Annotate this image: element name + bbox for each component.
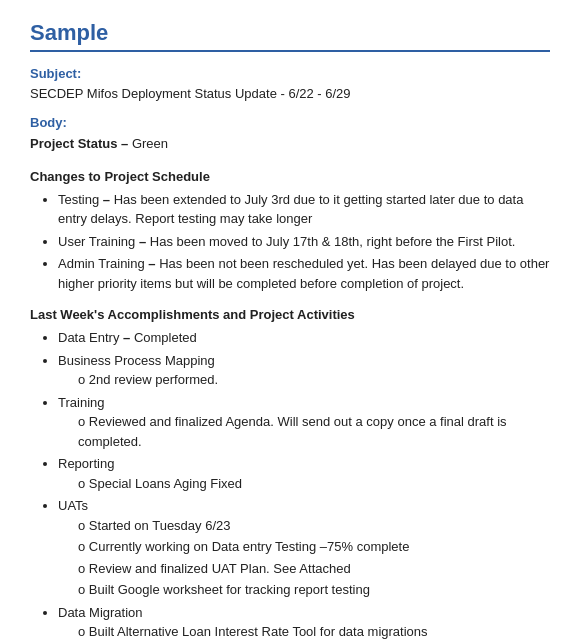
list-item: Built Alternative Loan Interest Rate Too… xyxy=(78,622,550,642)
list-item: Special Loans Aging Fixed xyxy=(78,474,550,494)
list-item: Reporting Special Loans Aging Fixed xyxy=(58,454,550,493)
changes-list: Testing – Has been extended to July 3rd … xyxy=(58,190,550,294)
list-item: UATs Started on Tuesday 6/23 Currently w… xyxy=(58,496,550,600)
subject-label: Subject: xyxy=(30,66,81,81)
list-item: Testing – Has been extended to July 3rd … xyxy=(58,190,550,229)
list-item: User Training – Has been moved to July 1… xyxy=(58,232,550,252)
page-title: Sample xyxy=(30,20,550,52)
list-item: Admin Training – Has been not been resch… xyxy=(58,254,550,293)
body-label: Body: xyxy=(30,115,67,130)
list-item: Review and finalized UAT Plan. See Attac… xyxy=(78,559,550,579)
project-status-label: Project Status – xyxy=(30,136,128,151)
accomplishments-heading: Last Week's Accomplishments and Project … xyxy=(30,307,550,322)
list-item: Training Reviewed and finalized Agenda. … xyxy=(58,393,550,452)
list-item: 2nd review performed. xyxy=(78,370,550,390)
list-item: Reviewed and finalized Agenda. Will send… xyxy=(78,412,550,451)
list-item: Business Process Mapping 2nd review perf… xyxy=(58,351,550,390)
list-item: Started on Tuesday 6/23 xyxy=(78,516,550,536)
subject-value: SECDEP Mifos Deployment Status Update - … xyxy=(30,86,351,101)
list-item: Data Migration Built Alternative Loan In… xyxy=(58,603,550,642)
list-item: Built Google worksheet for tracking repo… xyxy=(78,580,550,600)
accomplishments-list: Data Entry – Completed Business Process … xyxy=(58,328,550,642)
changes-heading: Changes to Project Schedule xyxy=(30,169,550,184)
list-item: Currently working on Data entry Testing … xyxy=(78,537,550,557)
list-item: Data Entry – Completed xyxy=(58,328,550,348)
project-status-value: Green xyxy=(132,136,168,151)
